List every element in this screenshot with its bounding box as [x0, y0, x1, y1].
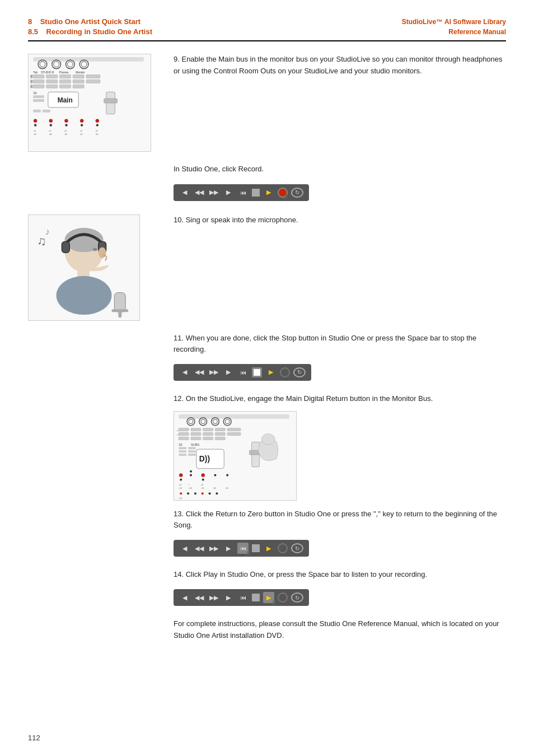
svg-point-68 [99, 247, 106, 258]
svg-text:Main: Main [58, 96, 73, 104]
play-btn2b[interactable]: ▶ [265, 367, 277, 378]
play-btn[interactable]: ▶ [223, 187, 234, 198]
play-active-btn[interactable]: ▶ [263, 187, 274, 198]
svg-text:—: — [176, 429, 179, 432]
svg-rect-102 [179, 450, 186, 452]
svg-text:+2: +2 [179, 483, 181, 486]
transport-bar-1[interactable]: ◀ ◀◀ ▶▶ ▶ ⏮ ▶ 🎵 ↻ [174, 184, 309, 201]
fast-forward-btn[interactable]: ▶▶ [208, 187, 219, 198]
svg-rect-82 [179, 428, 189, 431]
step9b-text: In Studio One, click Record. [174, 164, 506, 175]
svg-rect-90 [215, 432, 225, 435]
step11-area: 11. When you are done, click the Stop bu… [28, 333, 506, 385]
svg-text:Monitor: Monitor [76, 71, 85, 74]
loop-btn2[interactable]: ↻ [293, 367, 306, 377]
svg-point-65 [57, 276, 112, 314]
loop-btn[interactable]: ↻ [291, 188, 303, 198]
svg-text:SUB1: SUB1 [191, 443, 199, 446]
step9-paragraph: 9. Enable the Main bus in the monitor bu… [174, 54, 506, 76]
stop-square[interactable] [252, 189, 260, 197]
fast-rewind-btn3[interactable]: ◀◀ [194, 543, 205, 554]
stop-btn-highlighted[interactable] [252, 367, 262, 377]
svg-rect-84 [203, 428, 213, 431]
fast-rewind-btn4[interactable]: ◀◀ [194, 592, 205, 603]
return-to-start-btn4[interactable]: ⏮ [237, 592, 249, 603]
step10-text: 10. Sing or speak into the microphone. [174, 214, 506, 232]
svg-text:+2: +2 [201, 483, 204, 486]
svg-point-79 [213, 419, 218, 424]
svg-text:+2: +2 [33, 130, 36, 133]
svg-point-45 [50, 124, 52, 127]
loop-btn4[interactable]: ↻ [291, 592, 303, 603]
return-to-start-btn2[interactable]: ⏮ [237, 367, 249, 378]
play-btn2[interactable]: ▶ [223, 367, 234, 378]
rewind-btn[interactable]: ◀ [179, 187, 190, 198]
svg-text:•: • [189, 483, 190, 486]
svg-rect-39 [43, 110, 50, 113]
svg-point-129 [194, 492, 196, 494]
svg-text:-12: -12 [179, 497, 182, 500]
step9-text: 9. Enable the Main bus in the monitor bu… [174, 54, 506, 83]
svg-point-120 [202, 478, 204, 480]
fast-rewind-btn[interactable]: ◀◀ [194, 187, 205, 198]
svg-text:D)): D)) [199, 454, 210, 463]
svg-rect-88 [191, 432, 201, 435]
svg-point-69 [93, 248, 97, 251]
svg-point-132 [216, 492, 218, 494]
svg-point-56 [96, 119, 99, 123]
svg-text:—: — [176, 433, 179, 436]
loop-btn3[interactable]: ↻ [291, 543, 303, 553]
fast-rewind-btn2[interactable]: ◀◀ [194, 367, 205, 378]
svg-rect-100 [179, 447, 186, 449]
play-btn3b[interactable]: ▶ [263, 543, 274, 554]
svg-rect-26 [73, 85, 84, 88]
svg-point-123 [214, 474, 216, 477]
svg-point-78 [212, 418, 219, 426]
stop-btn3[interactable] [252, 544, 260, 552]
rewind-btn3[interactable]: ◀ [179, 543, 190, 554]
svg-text:-14: -14 [189, 487, 193, 489]
record-btn3[interactable] [278, 543, 288, 553]
svg-point-8 [81, 62, 87, 67]
svg-rect-28 [30, 80, 32, 83]
mixer-image-2: — — 32 SUB1 D)) +2 -12 [174, 411, 297, 501]
stop-btn4[interactable] [252, 594, 260, 601]
svg-rect-72 [118, 312, 121, 318]
transport-bar-2[interactable]: ◀ ◀◀ ▶▶ ▶ ⏮ ▶ ↻ [174, 364, 311, 381]
play-btn4[interactable]: ▶ [223, 592, 234, 603]
chapter-number: 8 Studio One Artist Quick Start [28, 17, 152, 27]
record-btn2[interactable] [280, 367, 290, 377]
record-btn4[interactable] [278, 592, 288, 603]
svg-point-119 [202, 474, 205, 477]
svg-rect-22 [86, 80, 100, 83]
svg-point-52 [80, 119, 83, 123]
play-btn3[interactable]: ▶ [223, 543, 234, 554]
fast-forward-btn4[interactable]: ▶▶ [208, 592, 219, 603]
svg-point-125 [226, 474, 228, 477]
svg-rect-24 [46, 85, 58, 88]
svg-text:32: 32 [179, 443, 182, 446]
svg-point-57 [96, 124, 99, 127]
return-zero-btn-highlighted[interactable]: ⏮🎵 [237, 543, 249, 554]
step13-paragraph: 13. Click the Return to Zero button in S… [174, 508, 506, 531]
rewind-btn4[interactable]: ◀ [179, 592, 190, 603]
svg-point-115 [190, 474, 192, 477]
svg-rect-37 [104, 99, 118, 103]
step10-image: ♫ ♪ [28, 214, 162, 323]
transport-bar-3[interactable]: ◀ ◀◀ ▶▶ ▶ ⏮🎵 ▶ ↻ [174, 540, 309, 557]
svg-rect-32 [33, 96, 44, 99]
return-to-start-btn[interactable]: ⏮ [237, 187, 249, 198]
svg-rect-27 [30, 75, 32, 78]
svg-point-130 [202, 492, 204, 494]
play-active-btn4-highlighted[interactable]: ▶🎵 [263, 592, 274, 603]
svg-text:-11: -11 [201, 487, 204, 489]
svg-rect-20 [60, 80, 71, 83]
svg-rect-23 [33, 85, 44, 88]
brand-text: StudioLive™ AI Software Library [402, 17, 506, 27]
rewind-btn2[interactable]: ◀ [179, 367, 190, 378]
record-btn-active[interactable]: 🎵 [278, 188, 288, 198]
step9-image: Tab STUDIO B Phones Monitor [28, 54, 162, 153]
fast-forward-btn2[interactable]: ▶▶ [208, 367, 219, 378]
fast-forward-btn3[interactable]: ▶▶ [208, 543, 219, 554]
transport-bar-4[interactable]: ◀ ◀◀ ▶▶ ▶ ⏮ ▶🎵 ↻ [174, 589, 309, 606]
